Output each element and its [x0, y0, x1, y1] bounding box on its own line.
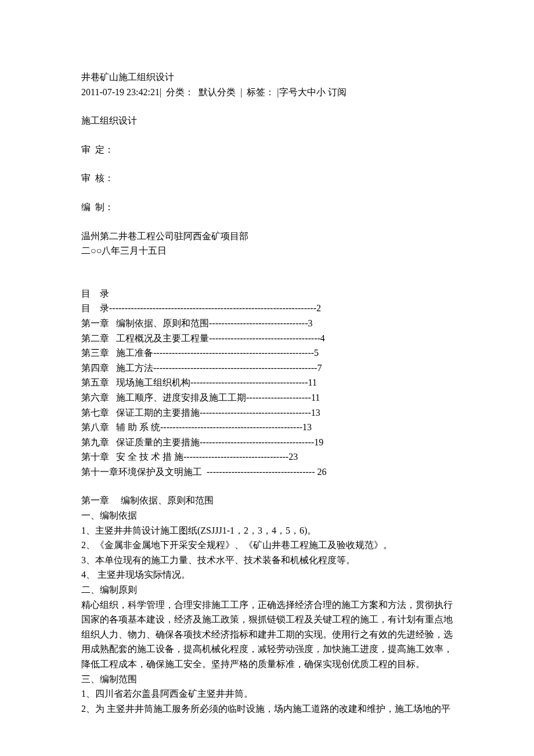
toc-item: 第五章 现场施工组织机构----------------------------…: [81, 375, 453, 390]
toc-item: 第六章 施工顺序、进度安排及施工工期---------------------1…: [81, 390, 453, 405]
section-title: 二、编制原则: [81, 582, 453, 597]
list-item: 1、主竖井井筒设计施工图纸(ZSJJJ1-1，2，3，4，5，6)。: [81, 523, 453, 538]
spacer: [81, 215, 453, 229]
spacer: [81, 272, 453, 286]
list-item: 1、四川省若尔盖县阿西金矿主竖井井筒。: [81, 686, 453, 701]
toc-item: 第二章 工程概况及主要工程量--------------------------…: [81, 331, 453, 346]
approval-line: 审 核：: [81, 171, 453, 186]
toc-item: 目 录-------------------------------------…: [81, 301, 453, 316]
toc-item: 第四章 施工方法--------------------------------…: [81, 361, 453, 376]
list-item: 2、为 主竖井井筒施工服务所必须的临时设施，场内施工道路的改建和维护，施工场地的…: [81, 701, 453, 717]
spacer: [81, 99, 453, 113]
approval-line: 审 定：: [81, 142, 453, 157]
spacer: [81, 479, 453, 493]
toc-item: 第十章 安 全 技 术 措 施-------------------------…: [81, 449, 453, 465]
section-title: 三、编制范围: [81, 672, 453, 687]
section-title: 一、编制依据: [81, 508, 453, 523]
spacer: [81, 157, 453, 171]
list-item: 4、 主竖井现场实际情况。: [81, 567, 453, 582]
date: 二○○八年三月十五日: [81, 243, 453, 258]
document-title: 井巷矿山施工组织设计: [81, 70, 453, 85]
meta-line: 2011-07-19 23:42:21| 分类： 默认分类 | 标签： |字号大…: [81, 85, 453, 100]
toc-item: 第三章 施工准备--------------------------------…: [81, 345, 453, 361]
spacer: [81, 258, 453, 272]
toc-item: 第一章 编制依据、原则和范围--------------------------…: [81, 316, 453, 331]
spacer: [81, 186, 453, 200]
toc-item: 第七章 保证工期的主要措施---------------------------…: [81, 405, 453, 420]
list-item: 3、本单位现有的施工力量、技术水平、技术装备和机械化程度等。: [81, 553, 453, 568]
chapter-title: 第一章 编制依据、原则和范围: [81, 493, 453, 508]
approval-line: 编 制：: [81, 200, 453, 215]
toc-title: 目 录: [81, 286, 453, 301]
list-item: 2、《金属非金属地下开采安全规程》、《矿山井巷工程施工及验收规范》。: [81, 538, 453, 553]
spacer: [81, 128, 453, 142]
heading: 施工组织设计: [81, 113, 453, 128]
toc-item: 第八章 辅 助 系 统-----------------------------…: [81, 420, 453, 435]
toc-item: 第十一章环境保护及文明施工 --------------------------…: [81, 465, 453, 480]
organization: 温州第二井巷工程公司驻阿西金矿项目部: [81, 229, 453, 244]
toc-item: 第九章 保证质量的主要措施---------------------------…: [81, 435, 453, 450]
body-text: 精心组织，科学管理，合理安排施工工序，正确选择经济合理的施工方案和方法，贯彻执行…: [81, 597, 453, 672]
